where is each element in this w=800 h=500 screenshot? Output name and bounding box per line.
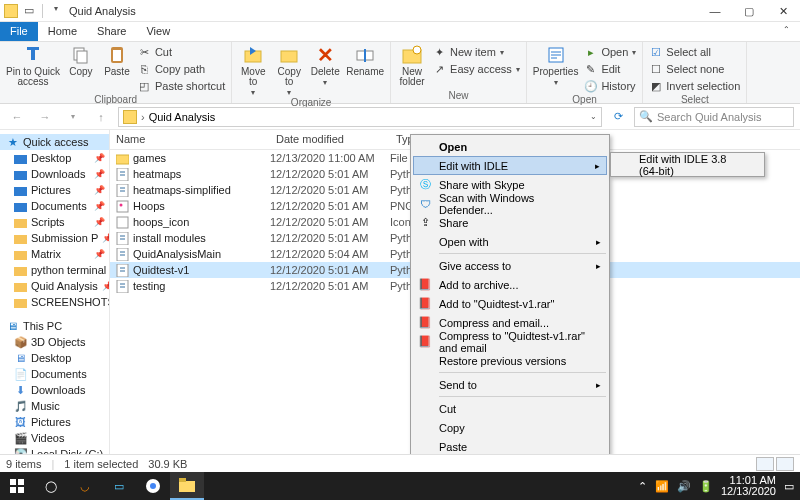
ctx-add-archive[interactable]: 📕Add to archive... [413,275,607,294]
nav-item[interactable]: Pictures📌 [0,182,109,198]
tab-view[interactable]: View [136,22,180,41]
tray-network-icon[interactable]: 📶 [655,480,669,493]
pin-icon: 📌 [102,281,110,291]
nav-item[interactable]: Downloads📌 [0,166,109,182]
search-input[interactable]: 🔍 Search Quid Analysis [634,107,794,127]
ctx-restore[interactable]: Restore previous versions [413,351,607,370]
open-button[interactable]: ▸Open ▾ [584,44,636,60]
copy-path-button[interactable]: ⎘Copy path [138,61,225,77]
properties-button[interactable]: Properties▾ [533,44,579,87]
chevron-right-icon[interactable]: › [141,111,145,123]
ctx-copy[interactable]: Copy [413,418,607,437]
nav-item[interactable]: ⬇Downloads [0,382,109,398]
paste-button[interactable]: Paste [102,44,132,77]
qat-newfolder-icon[interactable]: ▭ [22,4,36,18]
select-none-button[interactable]: ☐Select none [649,61,740,77]
ctx-open-with[interactable]: Open with▸ [413,232,607,251]
nav-item[interactable]: Scripts📌 [0,214,109,230]
taskbar-app-1[interactable]: ◡ [68,472,102,500]
taskbar-explorer[interactable] [170,472,204,500]
ctx-give-access[interactable]: Give access to▸ [413,256,607,275]
ctx-edit-idle[interactable]: Edit with IDLE▸ [413,156,607,175]
rar-icon: 📕 [418,335,432,349]
nav-item[interactable]: Matrix📌 [0,246,109,262]
nav-item[interactable]: SCREENSHOTS📌 [0,294,109,310]
maximize-button[interactable]: ▢ [732,0,766,22]
ctx-share[interactable]: ⇪Share [413,213,607,232]
pin-quick-access-button[interactable]: Pin to Quick access [6,44,60,87]
ctx-cut[interactable]: Cut [413,399,607,418]
qat-dropdown-icon[interactable]: ▾ [49,4,63,18]
breadcrumb-folder[interactable]: Quid Analysis [149,111,216,123]
ctx-open[interactable]: Open [413,137,607,156]
ctx-add-rar[interactable]: 📕Add to "Quidtest-v1.rar" [413,294,607,313]
minimize-button[interactable]: — [698,0,732,22]
col-name[interactable]: Name [110,130,270,149]
nav-item[interactable]: 🖥Desktop [0,350,109,366]
tray-volume-icon[interactable]: 🔊 [677,480,691,493]
history-button[interactable]: 🕘History [584,78,636,94]
refresh-button[interactable]: ⟳ [608,110,628,123]
new-folder-button[interactable]: New folder [397,44,427,87]
view-large-button[interactable] [776,457,794,471]
view-details-button[interactable] [756,457,774,471]
tab-file[interactable]: File [0,22,38,41]
start-button[interactable] [0,472,34,500]
folder-icon [14,296,27,309]
nav-up-button[interactable]: ↑ [90,106,112,128]
chevron-down-icon[interactable]: ⌄ [590,112,597,121]
nav-history-button[interactable]: ▾ [62,106,84,128]
nav-item[interactable]: 🎵Music [0,398,109,414]
nav-item[interactable]: 📄Documents [0,366,109,382]
edit-button[interactable]: ✎Edit [584,61,636,77]
new-item-button[interactable]: ✦New item ▾ [433,44,520,60]
nav-item[interactable]: 🎬Videos [0,430,109,446]
close-button[interactable]: ✕ [766,0,800,22]
nav-quick-access[interactable]: ★Quick access [0,134,109,150]
tray-clock[interactable]: 11:01 AM12/13/2020 [721,475,776,497]
ctx-compress-rar-email[interactable]: 📕Compress to "Quidtest-v1.rar" and email [413,332,607,351]
taskbar-chrome[interactable] [136,472,170,500]
select-all-button[interactable]: ☑Select all [649,44,740,60]
nav-back-button[interactable]: ← [6,106,28,128]
invert-selection-button[interactable]: ◩Invert selection [649,78,740,94]
taskbar-app-2[interactable]: ▭ [102,472,136,500]
search-placeholder: Search Quid Analysis [657,111,762,123]
cut-button[interactable]: ✂Cut [138,44,225,60]
group-open-label: Open [533,94,637,107]
skype-icon: Ⓢ [418,178,432,192]
nav-item[interactable]: python terminal📌 [0,262,109,278]
copy-to-button[interactable]: Copy to▾ [274,44,304,97]
nav-item[interactable]: Submission P📌 [0,230,109,246]
tray-battery-icon[interactable]: 🔋 [699,480,713,493]
move-to-button[interactable]: Move to▾ [238,44,268,97]
taskbar-cortana[interactable]: ◯ [34,472,68,500]
copy-button[interactable]: Copy [66,44,96,77]
nav-this-pc[interactable]: 🖥This PC [0,318,109,334]
ctx-idle-38[interactable]: Edit with IDLE 3.8 (64-bit) [613,155,762,174]
ribbon-collapse-icon[interactable]: ⌃ [773,22,800,41]
breadcrumb[interactable]: › Quid Analysis ⌄ [118,107,602,127]
col-date[interactable]: Date modified [270,130,390,149]
sparkle-icon: ✦ [433,46,446,59]
easy-access-button[interactable]: ↗Easy access ▾ [433,61,520,77]
nav-item[interactable]: 📦3D Objects [0,334,109,350]
nav-forward-button[interactable]: → [34,106,56,128]
file-name: Quidtest-v1 [133,264,189,276]
chevron-right-icon: ▸ [596,261,601,271]
nav-item[interactable]: Desktop📌 [0,150,109,166]
ctx-scan-defender[interactable]: 🛡Scan with Windows Defender... [413,194,607,213]
tab-home[interactable]: Home [38,22,87,41]
nav-item[interactable]: Quid Analysis📌 [0,278,109,294]
ctx-send-to[interactable]: Send to▸ [413,375,607,394]
tray-notifications-icon[interactable]: ▭ [784,480,794,493]
tray-chevron-up-icon[interactable]: ⌃ [638,480,647,493]
tab-share[interactable]: Share [87,22,136,41]
delete-button[interactable]: ✕Delete▾ [310,44,340,87]
paste-shortcut-button[interactable]: ◰Paste shortcut [138,78,225,94]
nav-item[interactable]: 🖼Pictures [0,414,109,430]
chevron-right-icon: ▸ [596,237,601,247]
nav-item[interactable]: Documents📌 [0,198,109,214]
file-icon [116,216,129,229]
rename-button[interactable]: Rename [346,44,384,77]
